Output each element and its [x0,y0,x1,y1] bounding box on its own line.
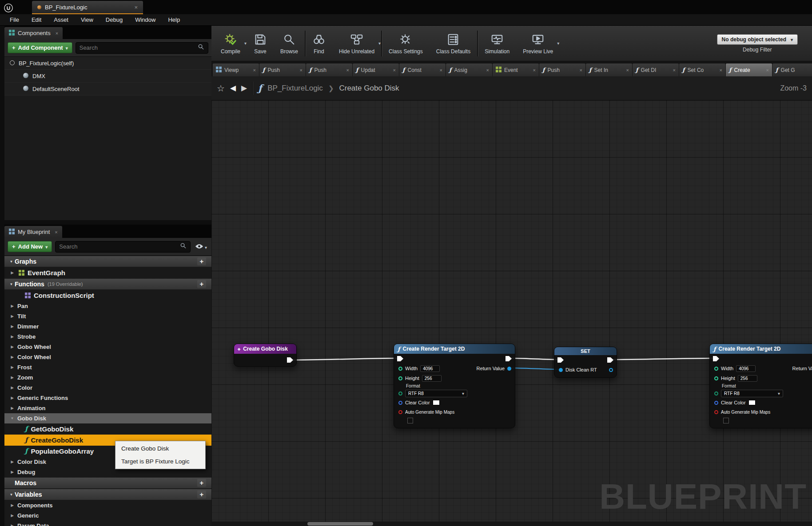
height-input[interactable]: 256 [738,375,757,382]
toolbar-button-save[interactable]: Save [247,28,274,59]
doc-tab-set-co[interactable]: ƒ Set Co [679,63,725,76]
menu-file[interactable]: File [4,15,25,25]
components-search-input[interactable] [80,44,195,51]
toolbar-button-simulation[interactable]: Simulation [478,28,516,59]
mb-row-graphs[interactable]: Graphs [4,256,211,267]
visibility-filter-button[interactable] [194,243,208,251]
width-pin[interactable] [714,367,718,371]
debug-object-select[interactable]: No debug object selected [717,34,798,45]
exec-out-pin[interactable] [287,357,293,363]
node-set-disk-clean-rt[interactable]: SET Disk Clean RT [554,347,617,378]
tab-components[interactable]: Components [4,27,63,39]
height-pin[interactable] [398,376,402,380]
node-create-render-target-2d-2[interactable]: ƒ Create Render Target 2D Width 4096 Ret… [709,344,812,428]
expander-icon[interactable] [8,282,15,286]
width-pin[interactable] [398,367,402,371]
close-icon[interactable] [55,229,57,235]
toolbar-button-hide-unrelated[interactable]: Hide Unrelated [332,28,381,59]
format-dropdown[interactable]: RTF R8 [721,390,783,397]
menu-help[interactable]: Help [162,15,186,25]
chevron-down-icon[interactable] [378,40,381,46]
doc-tab-assig[interactable]: ƒ Assig [446,63,492,76]
doc-tab-get-di[interactable]: ƒ Get DI [633,63,679,76]
graph-horizontal-scrollbar[interactable] [211,522,812,526]
node-create-gobo-disk-entry[interactable]: ◆ Create Gobo Disk [234,344,297,367]
add-new-button[interactable]: Add New [8,241,52,252]
expander-icon[interactable] [9,355,16,359]
close-icon[interactable] [626,67,629,73]
toolbar-button-class-settings[interactable]: Class Settings [382,28,430,59]
tab-my-blueprint[interactable]: My Blueprint [4,226,62,238]
close-icon[interactable] [56,31,58,36]
expander-icon[interactable] [9,345,16,349]
close-icon[interactable] [766,67,769,73]
exec-in-pin[interactable] [713,356,719,361]
doc-tab-push[interactable]: ƒ Push [539,63,585,76]
chevron-down-icon[interactable] [557,40,559,46]
clear-color-pin[interactable] [398,401,402,405]
menu-window[interactable]: Window [129,15,162,25]
menu-debug[interactable]: Debug [100,15,129,25]
breadcrumb-root[interactable]: BP_FixtureLogic [267,84,323,93]
my-blueprint-search-input[interactable] [59,243,177,250]
width-input[interactable]: 4096 [736,365,756,372]
close-icon[interactable] [393,67,396,73]
add-icon[interactable] [197,257,206,265]
expander-icon[interactable] [9,335,16,339]
expander-icon[interactable] [8,260,15,264]
return-value-pin[interactable] [507,367,511,371]
mb-row-animation[interactable]: Animation [4,403,211,413]
component-bp-fixturelogic-self[interactable]: BP_FixtureLogic(self) [4,57,211,70]
exec-in-pin[interactable] [397,356,403,361]
expander-icon[interactable] [9,396,16,400]
doc-tab-viewp[interactable]: Viewp [213,63,259,76]
auto-mips-pin[interactable] [714,410,718,414]
mb-row-tilt[interactable]: Tilt [4,311,211,321]
toolbar-button-find[interactable]: Find [306,28,332,59]
close-icon[interactable] [580,67,582,73]
mb-row-components[interactable]: Components [4,500,211,510]
mb-row-gobo-disk[interactable]: Gobo Disk [4,413,211,423]
mb-row-generic[interactable]: Generic [4,510,211,521]
color-swatch[interactable] [433,400,440,405]
expander-icon[interactable] [9,416,16,420]
mb-row-constructionscript[interactable]: ConstructionScript [4,290,211,301]
doc-tab-const[interactable]: ƒ Const [399,63,446,76]
close-icon[interactable] [720,67,722,73]
doc-tab-push[interactable]: ƒ Push [306,63,352,76]
mb-row-generic-functions[interactable]: Generic Functions [4,393,211,403]
doc-tab-push[interactable]: ƒ Push [259,63,306,76]
mb-row-functions[interactable]: Functions (19 Overridable) [4,278,211,290]
expander-icon[interactable] [9,304,16,308]
format-dropdown[interactable]: RTF R8 [405,390,467,397]
mb-row-eventgraph[interactable]: EventGraph [4,267,211,278]
expander-icon[interactable] [9,524,16,526]
close-icon[interactable] [440,67,442,73]
toolbar-button-browse[interactable]: Browse [274,28,305,59]
add-component-button[interactable]: Add Component [8,42,72,53]
chevron-down-icon[interactable] [244,40,247,46]
width-input[interactable]: 4096 [420,365,440,372]
scrollbar-thumb[interactable] [307,522,373,526]
expander-icon[interactable] [9,271,16,275]
menu-asset[interactable]: Asset [48,15,75,25]
close-icon[interactable] [346,67,349,73]
menu-view[interactable]: View [75,15,100,25]
menu-edit[interactable]: Edit [25,15,48,25]
component-defaultsceneroot[interactable]: DefaultSceneRoot [4,83,211,95]
format-pin[interactable] [714,392,718,395]
mb-row-frost[interactable]: Frost [4,362,211,372]
color-swatch[interactable] [748,400,756,405]
mb-row-color-wheel[interactable]: Color Wheel [4,352,211,362]
doc-tab-create[interactable]: ƒ Create [726,63,772,76]
add-icon[interactable] [197,490,206,498]
height-input[interactable]: 256 [422,375,442,382]
mb-row-color[interactable]: Color [4,383,211,393]
expander-icon[interactable] [9,514,16,518]
doc-tab-event[interactable]: Event [493,63,539,76]
close-icon[interactable] [134,4,138,11]
mb-row-macros[interactable]: Macros [4,477,211,489]
mb-row-gobo-wheel[interactable]: Gobo Wheel [4,342,211,352]
doc-tab-set-in[interactable]: ƒ Set In [586,63,632,76]
auto-mips-checkbox[interactable] [723,418,729,423]
